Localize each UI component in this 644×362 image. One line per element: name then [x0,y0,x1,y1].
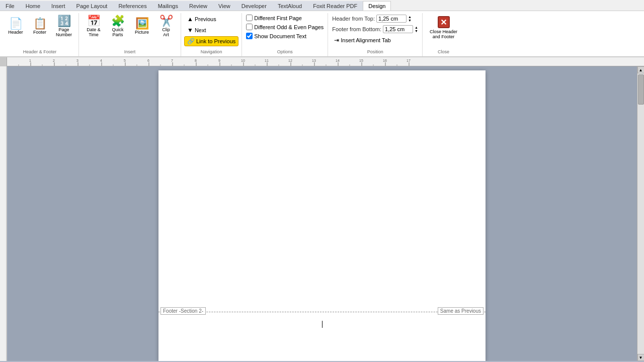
previous-label: Previous [195,16,216,22]
ruler-area: 1 2 3 4 5 6 7 8 9 10 11 [0,57,644,66]
different-odd-even-checkbox[interactable] [246,24,253,30]
ribbon-content: 📄 Header 📋 Footer 🔢 Page Number Header &… [0,11,644,56]
svg-text:11: 11 [265,59,269,62]
text-cursor [322,321,323,328]
tab-textaloud[interactable]: TextAloud [272,1,307,11]
different-first-page-option[interactable]: Different First Page [245,14,325,22]
tab-page-layout[interactable]: Page Layout [71,1,113,11]
svg-rect-0 [7,57,644,66]
svg-text:15: 15 [359,59,363,62]
footer-section: Footer -Section 2- Same as Previous [158,312,486,336]
svg-text:9: 9 [218,59,220,62]
group-options-label: Options [245,48,325,55]
alignment-icon: ⇥ [334,37,339,44]
insert-alignment-tab-button[interactable]: ⇥ Insert Alignment Tab [331,35,419,45]
tab-references[interactable]: References [113,1,152,11]
svg-rect-53 [0,66,7,361]
footer-from-bottom-label: Footer from Bottom: [332,26,381,32]
group-insert: 📅 Date & Time 🧩 Quick Parts 🖼️ Picture ✂… [80,13,181,56]
clip-art-button[interactable]: ✂️ Clip Art [154,14,178,39]
show-document-text-option[interactable]: Show Document Text [245,32,325,40]
ribbon: 📄 Header 📋 Footer 🔢 Page Number Header &… [0,11,644,57]
tab-list: File Home Insert Page Layout References … [0,0,391,11]
tab-foxit[interactable]: Foxit Reader PDF [307,1,363,11]
vertical-ruler [0,66,7,361]
nav-buttons: ▲ Previous ▼ Next 🔗 Link to Previous [184,14,238,46]
date-time-button[interactable]: 📅 Date & Time [82,14,105,39]
scroll-down-button[interactable]: ▼ [637,354,645,361]
show-document-text-label: Show Document Text [254,33,306,39]
main-area: Footer -Section 2- Same as Previous ▲ ▼ [0,66,644,361]
group-options: Different First Page Different Odd & Eve… [243,13,328,56]
different-odd-even-option[interactable]: Different Odd & Even Pages [245,23,325,31]
svg-text:16: 16 [383,59,387,62]
page-number-button[interactable]: 🔢 Page Number [52,14,75,39]
tab-developer[interactable]: Developer [236,1,272,11]
scroll-thumb[interactable] [638,74,644,105]
close-header-footer-button[interactable]: ✕ Close Header and Footer [426,14,461,41]
svg-text:17: 17 [407,59,411,62]
different-first-page-checkbox[interactable] [246,15,253,21]
link-icon: 🔗 [187,38,195,45]
insert-alignment-tab-label: Insert Alignment Tab [341,37,390,43]
svg-text:8: 8 [195,59,197,62]
tab-file[interactable]: File [0,1,20,11]
group-close: ✕ Close Header and Footer Close [424,13,464,56]
picture-button[interactable]: 🖼️ Picture [130,17,153,36]
group-position: Header from Top: ▲▼ Footer from Bottom: … [329,13,423,56]
scroll-up-button[interactable]: ▲ [637,66,645,73]
close-btn-label: Close Header and Footer [430,29,457,39]
page-number-icon: 🔢 [57,16,71,27]
different-first-page-label: Different First Page [254,15,302,21]
page-number-btn-label: Page Number [56,27,72,37]
tab-mailings[interactable]: Mailings [152,1,184,11]
tab-home[interactable]: Home [20,1,46,11]
next-button[interactable]: ▼ Next [184,25,238,35]
horizontal-ruler: 1 2 3 4 5 6 7 8 9 10 11 [7,57,644,66]
svg-text:13: 13 [312,59,316,62]
quick-parts-icon: 🧩 [111,16,125,27]
show-document-text-checkbox[interactable] [246,33,253,39]
footer-content-area[interactable] [158,314,486,334]
svg-text:1: 1 [29,59,31,62]
tab-insert[interactable]: Insert [46,1,71,11]
footer-button[interactable]: 📋 Footer [28,17,51,36]
document-page: Footer -Section 2- Same as Previous [158,70,486,361]
picture-btn-label: Picture [135,30,149,35]
header-button[interactable]: 📄 Header [4,17,27,36]
header-icon: 📄 [9,18,23,29]
footer-icon: 📋 [33,18,47,29]
svg-text:10: 10 [241,59,245,62]
group-insert-label: Insert [82,48,178,55]
page-body[interactable] [158,70,486,312]
tab-view[interactable]: View [213,1,236,11]
header-from-top-input[interactable] [376,15,407,23]
ribbon-tabs: File Home Insert Page Layout References … [0,0,644,11]
header-from-top-label: Header from Top: [332,16,375,22]
footer-section-label: Footer -Section 2- [160,307,206,315]
previous-button[interactable]: ▲ Previous [184,14,238,24]
next-icon: ▼ [187,27,193,34]
svg-text:5: 5 [124,59,126,62]
vertical-scrollbar: ▲ ▼ [637,66,644,361]
footer-from-bottom-spinner[interactable]: ▲▼ [415,26,418,33]
link-to-previous-button[interactable]: 🔗 Link to Previous [184,36,238,46]
svg-text:3: 3 [76,59,78,62]
tab-design[interactable]: Design [363,1,391,11]
header-from-top-spinner[interactable]: ▲▼ [408,15,412,22]
svg-text:6: 6 [147,59,149,62]
quick-parts-btn-label: Quick Parts [112,27,123,37]
group-position-label: Position [331,48,419,55]
footer-from-bottom-input[interactable] [383,25,413,33]
svg-text:2: 2 [53,59,55,62]
footer-from-bottom-field: Footer from Bottom: ▲▼ [331,25,419,34]
tab-review[interactable]: Review [184,1,213,11]
group-close-label: Close [426,48,461,55]
link-to-previous-label: Link to Previous [196,38,235,44]
svg-text:14: 14 [336,59,340,62]
close-x-icon: ✕ [438,16,450,28]
group-navigation: ▲ Previous ▼ Next 🔗 Link to Previous Nav… [182,13,242,56]
quick-parts-button[interactable]: 🧩 Quick Parts [106,14,129,39]
same-as-previous-label: Same as Previous [438,307,484,315]
ribbon-row-insert: 📅 Date & Time 🧩 Quick Parts 🖼️ Picture ✂… [82,14,178,39]
